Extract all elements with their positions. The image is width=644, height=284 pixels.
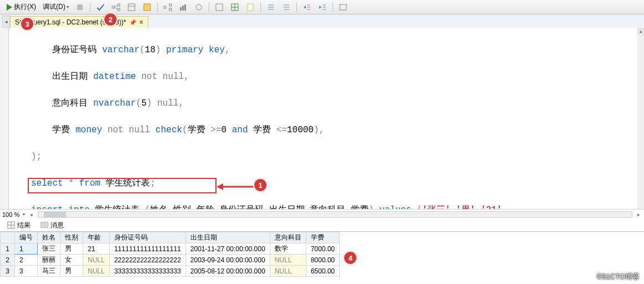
cell-null[interactable]: NULL [83, 255, 110, 266]
close-icon[interactable]: × [139, 18, 143, 26]
cell[interactable]: 2 [15, 255, 38, 266]
sql-editor[interactable]: ▴ 身份证号码 varchar(18) primary key, 出生日期 da… [0, 28, 644, 209]
col-header[interactable]: 身份证号码 [109, 232, 185, 243]
toolbar-separator [157, 2, 158, 12]
cell[interactable]: 1 [15, 243, 38, 255]
svg-rect-17 [216, 4, 223, 11]
table-row[interactable]: 2 2 丽丽 女 NULL 222222222222222222 2003-09… [1, 255, 340, 266]
tab-results[interactable]: 结果 [3, 220, 34, 231]
tab-scroll-left[interactable]: ◂ [2, 16, 10, 28]
toolbar-separator [296, 2, 297, 12]
cell[interactable]: 111111111111111111 [109, 243, 185, 255]
results-text-button[interactable] [212, 1, 227, 13]
col-header[interactable]: 性别 [61, 232, 83, 243]
results-grid[interactable]: 编号 姓名 性别 年龄 身份证号码 出生日期 意向科目 学费 1 1 张三 男 … [0, 231, 644, 277]
cell[interactable]: 丽丽 [38, 255, 61, 266]
tab-messages[interactable]: 消息 [37, 220, 68, 231]
pin-icon[interactable]: 📌 [129, 19, 136, 26]
tab-results-label: 结果 [17, 221, 31, 230]
query-options-button[interactable] [124, 1, 139, 13]
debug-label: 调试(D) [43, 2, 66, 12]
zoom-value[interactable]: 100 % [2, 211, 19, 218]
cell[interactable]: 马三 [38, 266, 61, 277]
cell[interactable]: 男 [61, 243, 83, 255]
comment-button[interactable] [264, 1, 278, 13]
svg-rect-36 [340, 4, 346, 10]
svg-marker-28 [304, 6, 306, 9]
col-header[interactable]: 出生日期 [185, 232, 270, 243]
cell[interactable]: 张三 [38, 243, 61, 255]
results-grid-button[interactable] [228, 1, 242, 13]
vertical-scrollbar[interactable]: ▴ [637, 28, 644, 209]
row-header[interactable]: 2 [1, 255, 15, 266]
parse-button[interactable] [93, 1, 108, 13]
outdent-icon [318, 3, 327, 12]
horizontal-scrollbar[interactable] [38, 211, 632, 218]
cell-null[interactable]: NULL [270, 266, 306, 277]
cell[interactable]: 222222222222222222 [109, 255, 185, 266]
hscroll-left[interactable]: ◂ [28, 212, 34, 217]
uncomment-icon [282, 3, 291, 12]
svg-rect-7 [128, 4, 135, 11]
results-file-button[interactable] [243, 1, 258, 13]
cell[interactable]: 8000.00 [306, 255, 339, 266]
grid-header-row: 编号 姓名 性别 年龄 身份证号码 出生日期 意向科目 学费 [1, 232, 340, 243]
list-icon [143, 3, 152, 12]
comment-icon [266, 3, 275, 12]
template-icon [339, 3, 348, 12]
svg-rect-21 [248, 4, 253, 11]
cell[interactable]: 333333333333333333 [109, 266, 185, 277]
svg-marker-38 [217, 183, 223, 190]
row-header[interactable]: 1 [1, 243, 15, 255]
svg-rect-1 [77, 4, 83, 10]
debug-button[interactable]: 调试(D) ▾ [40, 1, 72, 13]
stop-button[interactable] [73, 1, 87, 13]
client-stats-button[interactable] [176, 1, 190, 13]
toolbar-separator [333, 2, 333, 12]
row-header[interactable]: 3 [1, 266, 15, 277]
live-stats-button[interactable] [192, 1, 206, 13]
uncomment-button[interactable] [279, 1, 294, 13]
col-header[interactable]: 意向科目 [270, 232, 306, 243]
col-header[interactable]: 年龄 [83, 232, 110, 243]
editor-content[interactable]: 身份证号码 varchar(18) primary key, 出生日期 date… [31, 28, 637, 209]
col-header[interactable]: 姓名 [38, 232, 61, 243]
watermark: ©51CTO博客 [597, 272, 640, 282]
svg-marker-32 [319, 6, 321, 9]
cell[interactable]: 21 [83, 243, 110, 255]
chevron-down-icon[interactable]: ▾ [23, 212, 25, 217]
annotation-marker-4: 4 [343, 251, 358, 265]
indent-button[interactable] [300, 1, 314, 13]
cell[interactable]: 2001-11-27 00:00:00.000 [185, 243, 270, 255]
svg-point-16 [196, 4, 202, 10]
annotation-marker-1: 1 [253, 178, 268, 192]
cell[interactable]: 7000.00 [306, 243, 339, 255]
actual-plan-button[interactable] [160, 1, 175, 13]
hscroll-right[interactable]: ▸ [636, 212, 642, 217]
cell-null[interactable]: NULL [83, 266, 110, 277]
cell[interactable]: 2003-09-24 00:00:00.000 [185, 255, 270, 266]
col-header[interactable]: 学费 [306, 232, 339, 243]
annotation-marker-2: 2 [103, 12, 118, 27]
cell[interactable]: 2005-08-12 00:00:00.000 [185, 266, 270, 277]
cell[interactable]: 数学 [270, 243, 306, 255]
cell-null[interactable]: NULL [270, 255, 306, 266]
specify-values-button[interactable] [336, 1, 350, 13]
cell[interactable]: 女 [61, 255, 83, 266]
outdent-button[interactable] [315, 1, 330, 13]
tab-messages-label: 消息 [51, 221, 64, 230]
cell[interactable]: 男 [61, 266, 83, 277]
table-row[interactable]: 1 1 张三 男 21 111111111111111111 2001-11-2… [1, 243, 340, 255]
indent-icon [303, 3, 311, 12]
intellisense-button[interactable] [140, 1, 154, 13]
estimated-plan-button[interactable] [109, 1, 123, 13]
svg-rect-15 [184, 4, 186, 11]
col-header[interactable]: 编号 [15, 232, 38, 243]
table-row[interactable]: 3 3 马三 男 NULL 333333333333333333 2005-08… [1, 266, 340, 277]
cell[interactable]: 3 [15, 266, 38, 277]
cell[interactable]: 6500.00 [306, 266, 339, 277]
annotation-arrow-1 [217, 182, 255, 191]
execute-button[interactable]: 执行(X) [2, 1, 39, 13]
svg-rect-2 [112, 6, 114, 8]
zoom-bar: 100 % ▾ ◂ ▸ [0, 209, 644, 219]
